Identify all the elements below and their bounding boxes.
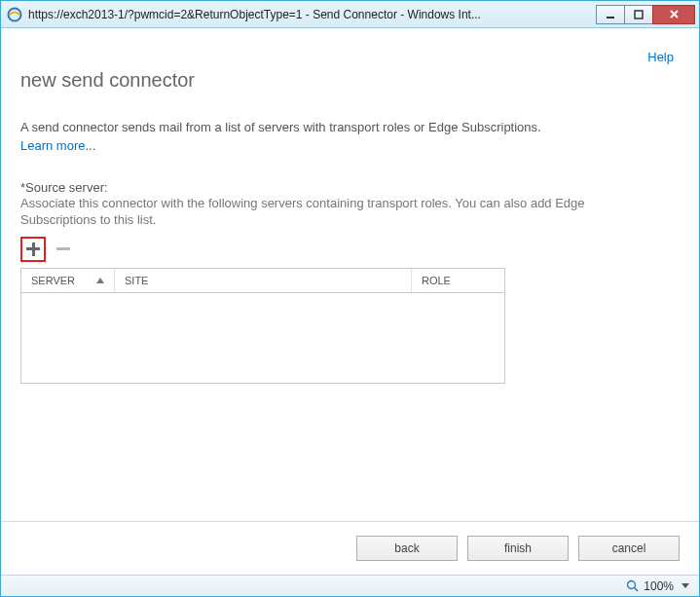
ie-icon <box>7 7 22 22</box>
column-server-label: SERVER <box>31 275 75 286</box>
close-button[interactable] <box>652 5 695 24</box>
svg-rect-2 <box>635 11 643 19</box>
column-server[interactable]: SERVER <box>21 269 115 292</box>
svg-rect-1 <box>607 17 614 19</box>
minus-icon <box>56 247 70 250</box>
list-toolbar <box>20 237 680 262</box>
learn-more-link[interactable]: Learn more... <box>20 138 95 153</box>
plus-icon <box>26 243 40 256</box>
svg-point-3 <box>628 580 636 588</box>
help-link[interactable]: Help <box>647 50 674 64</box>
window-buttons <box>597 5 695 24</box>
window-frame: https://exch2013-1/?pwmcid=2&ReturnObjec… <box>0 0 700 597</box>
back-button[interactable]: back <box>356 536 458 561</box>
description-text: A send connector sends mail from a list … <box>20 119 644 136</box>
column-site-label: SITE <box>125 275 148 286</box>
page-title: new send connector <box>20 69 680 92</box>
add-button[interactable] <box>20 237 46 262</box>
cancel-button[interactable]: cancel <box>578 536 680 561</box>
maximize-button[interactable] <box>624 5 653 24</box>
column-role-label: ROLE <box>422 275 451 286</box>
column-role[interactable]: ROLE <box>412 269 504 292</box>
sort-asc-icon <box>96 278 104 283</box>
wizard-footer: back finish cancel <box>1 521 699 575</box>
content: Help new send connector A send connector… <box>1 28 699 596</box>
minimize-button[interactable] <box>596 5 625 24</box>
titlebar: https://exch2013-1/?pwmcid=2&ReturnObjec… <box>1 1 699 28</box>
window-title: https://exch2013-1/?pwmcid=2&ReturnObjec… <box>28 8 597 21</box>
grid-body-empty <box>21 293 504 383</box>
content-body: Help new send connector A send connector… <box>1 28 699 521</box>
server-grid: SERVER SITE ROLE <box>20 268 505 384</box>
zoom-dropdown-icon[interactable] <box>682 583 689 588</box>
finish-button[interactable]: finish <box>467 536 569 561</box>
grid-header: SERVER SITE ROLE <box>21 269 504 293</box>
remove-button[interactable] <box>52 238 75 261</box>
column-site[interactable]: SITE <box>115 269 412 292</box>
source-server-label: *Source server: <box>20 180 680 195</box>
svg-line-4 <box>635 587 639 591</box>
zoom-level[interactable]: 100% <box>644 579 674 593</box>
status-bar: 100% <box>1 575 699 596</box>
source-server-help: Associate this connector with the follow… <box>20 195 644 229</box>
zoom-icon[interactable] <box>626 579 640 593</box>
